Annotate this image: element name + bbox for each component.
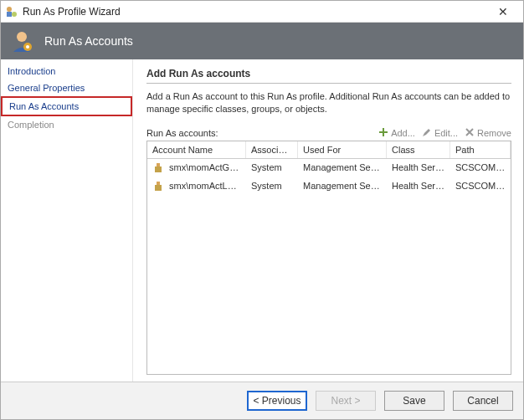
svg-rect-6 bbox=[157, 163, 160, 166]
grid-header: Account Name Association Used For Class … bbox=[147, 141, 511, 159]
x-icon bbox=[465, 127, 475, 139]
col-account-name[interactable]: Account Name bbox=[147, 141, 246, 158]
nav-introduction[interactable]: Introduction bbox=[1, 63, 132, 79]
cell-name: smx\momActGMSA$ bbox=[169, 162, 246, 172]
main-panel: Add Run As accounts Add a Run As account… bbox=[133, 59, 523, 382]
cell-class: Health Service bbox=[387, 159, 450, 177]
close-button[interactable]: ✕ bbox=[486, 5, 520, 18]
edit-button[interactable]: Edit... bbox=[422, 127, 458, 139]
cell-path: SCSCOMBEVM00099.sm bbox=[450, 159, 511, 177]
cancel-button[interactable]: Cancel bbox=[453, 391, 513, 411]
previous-button[interactable]: < Previous bbox=[247, 391, 307, 411]
cell-used: Management Server bbox=[298, 159, 387, 177]
title-bar: Run As Profile Wizard ✕ bbox=[1, 1, 523, 23]
user-avatar-icon bbox=[9, 28, 34, 54]
app-icon bbox=[4, 5, 18, 18]
cell-path: SCSCOMBEvM00134.sm bbox=[450, 177, 511, 196]
svg-rect-9 bbox=[155, 185, 162, 191]
accounts-label: Run As accounts: bbox=[146, 128, 372, 138]
plus-icon bbox=[378, 127, 388, 139]
pencil-icon bbox=[422, 127, 432, 139]
add-button[interactable]: Add... bbox=[378, 127, 415, 139]
svg-rect-7 bbox=[155, 166, 162, 172]
cell-name: smx\momActLowG bbox=[169, 181, 246, 191]
section-title: Add Run As accounts bbox=[146, 68, 511, 84]
remove-button[interactable]: Remove bbox=[465, 127, 511, 139]
section-description: Add a Run As account to this Run As prof… bbox=[146, 90, 511, 115]
wizard-sidebar: Introduction General Properties Run As A… bbox=[1, 59, 133, 382]
window-title: Run As Profile Wizard bbox=[23, 6, 486, 18]
svg-rect-1 bbox=[7, 12, 12, 17]
accounts-grid[interactable]: Account Name Association Used For Class … bbox=[146, 141, 511, 375]
nav-general-properties[interactable]: General Properties bbox=[1, 79, 132, 96]
svg-point-0 bbox=[7, 7, 12, 12]
cell-class: Health Service bbox=[387, 177, 450, 196]
table-row[interactable]: smx\momActGMSA$ System Management Server… bbox=[147, 159, 511, 177]
save-button[interactable]: Save bbox=[384, 391, 444, 411]
cell-assoc: System bbox=[246, 177, 298, 196]
col-class[interactable]: Class bbox=[387, 141, 450, 158]
cell-assoc: System bbox=[246, 159, 298, 177]
svg-point-5 bbox=[26, 45, 29, 49]
next-button: Next > bbox=[316, 391, 376, 411]
cell-used: Management Server bbox=[298, 177, 387, 196]
nav-completion: Completion bbox=[1, 116, 132, 133]
band-title: Run As Accounts bbox=[44, 34, 133, 48]
table-row[interactable]: smx\momActLowG System Management Server … bbox=[147, 177, 511, 196]
footer-buttons: < Previous Next > Save Cancel bbox=[1, 382, 523, 419]
nav-run-as-accounts[interactable]: Run As Accounts bbox=[1, 96, 132, 116]
svg-rect-8 bbox=[157, 182, 160, 185]
account-icon bbox=[152, 181, 164, 192]
col-used-for[interactable]: Used For bbox=[298, 141, 387, 158]
wizard-window: Run As Profile Wizard ✕ Run As Accounts … bbox=[0, 0, 524, 420]
svg-point-3 bbox=[17, 32, 27, 42]
account-icon bbox=[152, 162, 164, 174]
col-path[interactable]: Path bbox=[450, 141, 511, 158]
header-band: Run As Accounts bbox=[1, 23, 523, 59]
svg-point-2 bbox=[12, 12, 17, 17]
col-association[interactable]: Association bbox=[246, 141, 298, 158]
